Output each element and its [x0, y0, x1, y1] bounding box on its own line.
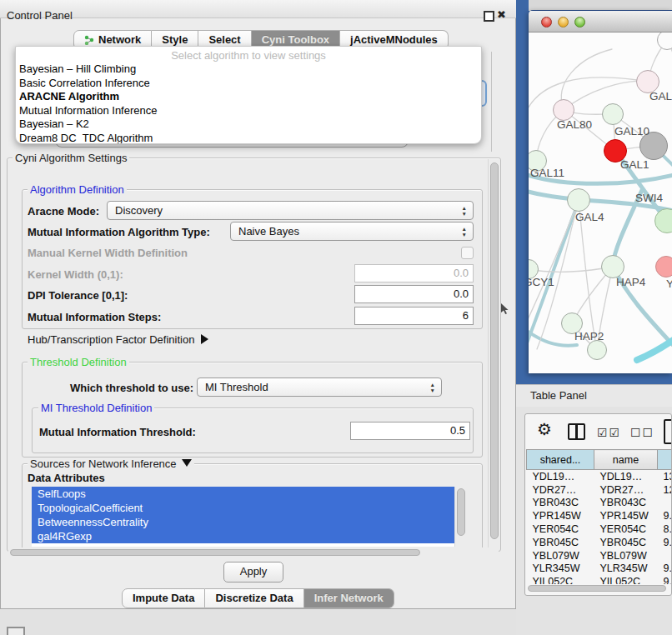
cyni-settings-title: Cyni Algorithm Settings: [13, 152, 129, 164]
algorithm-option[interactable]: ARACNE Algorithm: [16, 90, 481, 104]
aracne-mode-label: Aracne Mode:: [28, 205, 99, 218]
network-edge: [529, 267, 613, 272]
dpi-tolerance-label: DPI Tolerance [0,1]:: [28, 289, 128, 302]
select-all-checkboxes-icon[interactable]: ☑☑: [597, 426, 621, 439]
table-row[interactable]: YLR345WYLR345W9.: [527, 562, 672, 576]
combo-stepper-icon: ▲▼: [462, 226, 467, 238]
table-row[interactable]: YBL079WYBL079W: [527, 549, 672, 562]
table-row[interactable]: YPR145WYPR145W9.: [527, 509, 672, 522]
table-row[interactable]: YBR045CYBR045C9.: [527, 536, 672, 549]
kernel-width-field[interactable]: 0.0: [354, 264, 474, 282]
table-row[interactable]: YIL052CYIL052C9.: [527, 575, 672, 584]
table-cell: 9.: [658, 509, 672, 522]
table-row[interactable]: YDL19…YDL19…13: [527, 470, 672, 483]
attribute-item[interactable]: SelfLoops: [32, 487, 454, 501]
settings-scrollbar-thumb[interactable]: [490, 162, 499, 539]
mi-type-value: Naive Bayes: [238, 225, 299, 238]
table-cell: YIL052C: [594, 575, 658, 584]
algorithm-option[interactable]: Bayesian – K2: [16, 118, 481, 132]
attributes-scrollbar-track[interactable]: [454, 487, 467, 547]
combo-stepper-icon: ▲▼: [430, 382, 435, 393]
close-panel-button[interactable]: ✖: [497, 8, 506, 22]
sources-title[interactable]: Sources for Network Inference: [28, 458, 194, 470]
node-label: GCY1: [529, 276, 554, 288]
attribute-item[interactable]: gal4RGexp: [32, 529, 454, 543]
network-canvas[interactable]: GALGAL80GAL10GAL1GAL11SWI4GAL4GCY1HAP4YH…: [529, 32, 672, 373]
column-header[interactable]: name: [594, 450, 658, 470]
docked-panel-icon[interactable]: [7, 627, 25, 635]
data-attributes-list[interactable]: SelfLoopsTopologicalCoefficientBetweenne…: [32, 487, 466, 547]
mi-threshold-label: Mutual Information Threshold:: [39, 426, 196, 438]
settings-hscrollbar-track[interactable]: [8, 548, 499, 558]
node-table[interactable]: shared...name YDL19…YDL19…13YDR27…YDR27……: [525, 449, 672, 584]
deselect-all-checkboxes-icon[interactable]: ☐☐: [630, 426, 654, 439]
table-cell: [658, 497, 672, 510]
network-node[interactable]: [567, 188, 590, 212]
attributes-scrollbar-thumb[interactable]: [457, 488, 465, 536]
table-cell: 9.: [658, 562, 672, 576]
node-label: HAP2: [574, 330, 604, 342]
network-window-titlebar[interactable]: [529, 10, 672, 32]
table-panel: ⚙ ☑☑ ☐☐ shared...name YDL19…YDL19…13YDR2…: [524, 413, 672, 596]
table-cell: YBR043C: [594, 497, 658, 510]
settings-hscrollbar-thumb[interactable]: [10, 549, 420, 556]
tab-impute-data[interactable]: Impute Data: [122, 588, 205, 608]
table-cell: 12: [658, 483, 672, 497]
table-cell: YLR345W: [527, 562, 594, 576]
minimize-traffic-light[interactable]: [558, 17, 569, 28]
mi-type-combo[interactable]: Naive Bayes ▲▼: [230, 222, 474, 241]
data-attributes-label: Data Attributes: [28, 472, 105, 484]
hub-definition-label: Hub/Transcription Factor Definition: [28, 333, 194, 346]
close-traffic-light[interactable]: [541, 17, 552, 28]
column-layout-icon[interactable]: [568, 423, 585, 440]
tab-infer-network[interactable]: Infer Network: [304, 588, 394, 608]
mi-type-label: Mutual Information Algorithm Type:: [28, 226, 210, 238]
node-label: SWI4: [635, 192, 663, 204]
settings-scrollbar-track[interactable]: [488, 159, 500, 548]
zoom-traffic-light[interactable]: [574, 17, 585, 28]
collapse-arrow-icon: [182, 459, 192, 467]
table-horizontal-scrollbar[interactable]: [528, 585, 669, 593]
apply-button[interactable]: Apply: [223, 562, 283, 582]
network-node[interactable]: [602, 103, 624, 125]
table-cell: YDR27…: [527, 483, 594, 497]
float-panel-button[interactable]: [484, 11, 494, 22]
network-view-window[interactable]: GALGAL80GAL10GAL1GAL11SWI4GAL4GCY1HAP4YH…: [529, 10, 672, 373]
control-panel-titlebar[interactable]: [0, 0, 516, 18]
tab-label: Infer Network: [314, 592, 384, 604]
dpi-tolerance-field[interactable]: 0.0: [354, 285, 474, 303]
table-row[interactable]: YBR043CYBR043C: [527, 497, 672, 510]
which-threshold-label: Which threshold to use:: [70, 382, 193, 394]
hub-definition-expander[interactable]: Hub/Transcription Factor Definition: [28, 333, 208, 346]
table-cell: [658, 549, 672, 562]
aracne-mode-combo[interactable]: Discovery ▲▼: [107, 201, 474, 220]
mi-threshold-field[interactable]: 0.5: [350, 422, 470, 440]
attribute-item[interactable]: TopologicalCoefficient: [32, 501, 454, 515]
which-threshold-combo[interactable]: MI Threshold ▲▼: [197, 378, 442, 397]
column-header[interactable]: shared...: [527, 450, 594, 470]
node-label: GAL4: [575, 211, 604, 223]
tab-discretize-data[interactable]: Discretize Data: [205, 588, 303, 608]
table-cell: YDL19…: [527, 470, 594, 483]
algorithm-option[interactable]: Basic Correlation Inference: [16, 77, 481, 91]
column-header[interactable]: [658, 450, 672, 470]
table-cell: YPR145W: [527, 509, 594, 522]
table-row[interactable]: YDR27…YDR27…12: [527, 483, 672, 497]
attribute-item[interactable]: BetweennessCentrality: [32, 515, 454, 529]
mi-steps-field[interactable]: 6: [354, 307, 474, 325]
network-node[interactable]: [587, 340, 607, 360]
network-node[interactable]: [655, 256, 672, 278]
algorithm-option[interactable]: Mutual Information Inference: [16, 104, 481, 118]
table-cell: 9.: [658, 536, 672, 549]
hidden-groupbox-edge: [491, 52, 492, 152]
network-node[interactable]: [601, 255, 624, 278]
algorithm-dropdown-list[interactable]: Select algorithm to view settings Bayesi…: [15, 46, 482, 144]
expander-arrow-icon: [201, 334, 208, 344]
manual-kernel-checkbox[interactable]: [461, 247, 474, 259]
export-table-icon[interactable]: [664, 419, 672, 444]
algorithm-option[interactable]: Bayesian – Hill Climbing: [16, 62, 481, 77]
algorithm-option[interactable]: Dream8 DC_TDC Algorithm: [16, 132, 481, 145]
settings-gear-icon[interactable]: ⚙: [537, 421, 552, 438]
table-row[interactable]: YER054CYER054C8.: [527, 522, 672, 536]
table-cell: YBR043C: [527, 497, 594, 510]
